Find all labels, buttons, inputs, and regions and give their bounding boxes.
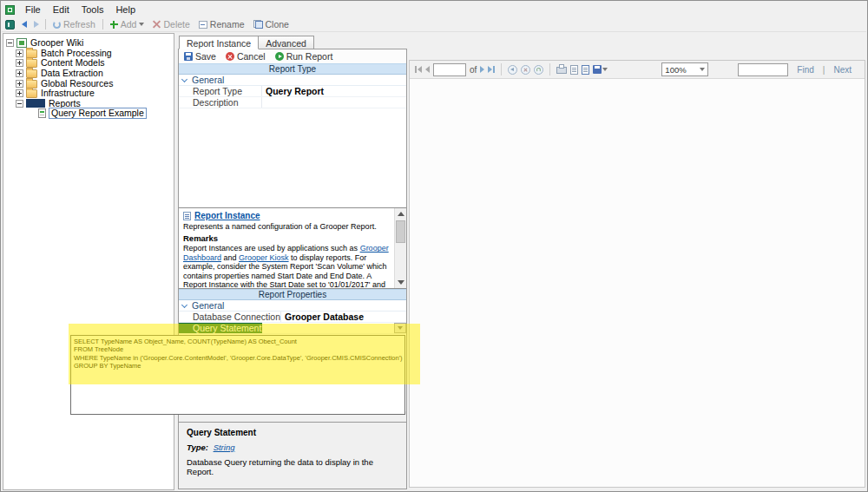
folder-icon — [26, 49, 37, 58]
tree-node-data-extraction[interactable]: Data Extraction — [3, 69, 174, 79]
scrollbar-thumb[interactable] — [396, 220, 405, 243]
next-page-icon[interactable] — [480, 66, 484, 73]
tab-report-instance[interactable]: Report Instance — [179, 36, 259, 49]
report-viewer-panel: of 100% Find | Next — [409, 36, 867, 489]
tree-node-reports[interactable]: Reports — [3, 99, 174, 109]
navigation-pane-icon[interactable] — [5, 20, 15, 30]
menu-edit[interactable]: Edit — [47, 3, 76, 16]
menu-tools[interactable]: Tools — [76, 3, 110, 16]
query-statement-dropdown-button[interactable] — [394, 323, 406, 333]
add-dropdown-caret-icon[interactable] — [139, 23, 144, 26]
tree-node-infrastructure[interactable]: Infrastructure — [3, 89, 174, 99]
sql-line: FROM TreeNode — [74, 345, 402, 353]
find-link[interactable]: Find — [797, 65, 813, 75]
menu-help[interactable]: Help — [109, 3, 141, 16]
find-input[interactable] — [738, 63, 788, 76]
find-next-separator: | — [823, 65, 825, 75]
back-icon[interactable] — [22, 21, 27, 28]
remarks-text: Report Instances are used by application… — [183, 244, 391, 289]
page-setup-icon[interactable] — [582, 65, 589, 75]
property-type-line: Type: String — [187, 443, 398, 452]
string-type-link[interactable]: String — [214, 443, 235, 452]
run-icon — [275, 52, 284, 61]
export-button[interactable] — [593, 65, 608, 74]
property-help-description: Database Query returning the data to dis… — [187, 457, 398, 476]
refresh-button[interactable]: Refresh — [49, 18, 100, 31]
print-layout-icon[interactable] — [570, 65, 578, 75]
toolbar-separator — [549, 63, 550, 75]
refresh-icon — [53, 21, 61, 29]
tab-strip: Report Instance Advanced — [178, 36, 407, 49]
add-button[interactable]: Add — [106, 18, 149, 31]
menu-file[interactable]: File — [19, 3, 47, 16]
folder-icon — [26, 69, 37, 78]
property-help-title: Query Statement — [187, 428, 398, 437]
next-link[interactable]: Next — [833, 65, 852, 75]
main-toolbar: Refresh Add Delete Rename Clone — [2, 17, 866, 32]
property-row-description[interactable]: Description — [179, 97, 406, 108]
sql-line: WHERE TypeName in ('Grooper.Core.Content… — [74, 354, 402, 362]
report-document-icon — [38, 108, 46, 118]
category-row-general[interactable]: General — [179, 75, 406, 86]
report-instance-link[interactable]: Report Instance — [194, 211, 260, 220]
forward-icon[interactable] — [34, 21, 39, 28]
folder-icon — [26, 80, 37, 89]
report-type-header: Report Type — [179, 63, 406, 75]
expand-icon[interactable] — [16, 80, 23, 88]
query-statement-editor-popup[interactable]: SELECT TypeName AS Object_Name, COUNT(Ty… — [70, 335, 405, 415]
rename-icon — [199, 21, 207, 29]
tree-node-batch-processing[interactable]: Batch Processing — [3, 49, 174, 59]
remarks-heading: Remarks — [183, 233, 391, 243]
rename-button[interactable]: Rename — [194, 18, 249, 31]
print-icon[interactable] — [556, 67, 567, 74]
previous-page-icon[interactable] — [425, 66, 430, 73]
expand-icon[interactable] — [16, 69, 23, 77]
chevron-down-icon — [181, 75, 187, 82]
property-row-query-statement[interactable]: Query Statement — [179, 323, 406, 334]
tree-panel: Grooper Wiki Batch Processing Content Mo… — [3, 33, 174, 490]
toolbar-separator — [501, 63, 502, 75]
cancel-icon — [226, 52, 234, 61]
page-number-input[interactable] — [433, 63, 466, 76]
export-icon — [593, 65, 602, 74]
clone-button[interactable]: Clone — [249, 18, 293, 31]
delete-button[interactable]: Delete — [148, 18, 194, 31]
tree-node-grooper-wiki[interactable]: Grooper Wiki — [3, 38, 174, 49]
editor-panel: Report Instance Advanced Save Cancel Run… — [178, 36, 407, 489]
refresh-report-icon[interactable] — [534, 65, 543, 75]
help-title-row: Report Instance — [183, 211, 391, 220]
tree-node-content-models[interactable]: Content Models — [3, 58, 174, 69]
last-page-icon[interactable] — [488, 66, 495, 73]
scroll-up-icon[interactable] — [398, 212, 404, 216]
stop-rendering-icon[interactable] — [521, 65, 530, 75]
collapse-icon[interactable] — [6, 39, 14, 47]
help-scrollbar[interactable] — [394, 208, 406, 288]
category-row-general[interactable]: General — [179, 300, 406, 312]
save-button[interactable]: Save — [184, 51, 216, 62]
toolbar-separator — [102, 19, 103, 30]
expand-icon[interactable] — [16, 59, 23, 67]
report-viewer-canvas — [410, 79, 865, 487]
property-row-report-type[interactable]: Report Type Query Report — [179, 86, 406, 97]
run-report-button[interactable]: Run Report — [275, 51, 333, 62]
app-window: File Edit Tools Help Refresh Add Delete … — [0, 0, 868, 492]
dropdown-caret-icon — [398, 326, 403, 330]
collapse-icon[interactable] — [16, 100, 23, 108]
cancel-button[interactable]: Cancel — [226, 51, 266, 62]
toolbar-separator — [45, 19, 46, 30]
first-page-icon[interactable] — [415, 66, 422, 73]
class-help-panel: Report Instance Represents a named confi… — [179, 207, 406, 289]
tab-advanced[interactable]: Advanced — [258, 36, 314, 49]
tree-node-global-resources[interactable]: Global Resources — [3, 78, 174, 89]
delete-icon — [153, 21, 161, 29]
back-to-parent-icon[interactable] — [508, 65, 517, 75]
expand-icon[interactable] — [16, 89, 23, 97]
zoom-select[interactable]: 100% — [661, 62, 708, 76]
property-row-database-connection[interactable]: Database Connection Grooper Database — [179, 312, 406, 323]
expand-icon[interactable] — [16, 49, 23, 57]
app-icon — [5, 5, 15, 15]
scroll-down-icon[interactable] — [398, 280, 404, 285]
report-viewer: of 100% Find | Next — [409, 60, 865, 488]
grooper-kiosk-link[interactable]: Grooper Kiosk — [239, 253, 289, 262]
tree-node-query-report-example[interactable]: Query Report Example — [3, 108, 174, 119]
